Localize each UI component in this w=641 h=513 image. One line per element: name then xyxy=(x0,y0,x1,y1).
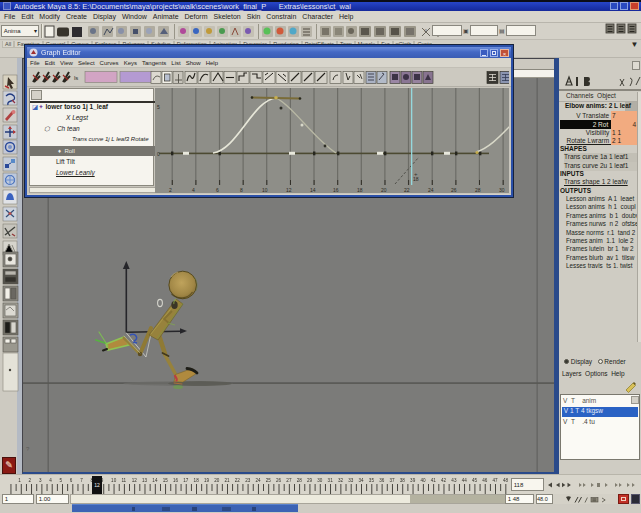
svg-text:18: 18 xyxy=(413,176,419,182)
svg-text:35: 35 xyxy=(369,478,375,483)
svg-text:18: 18 xyxy=(194,478,200,483)
svg-text:1: 1 xyxy=(18,478,21,483)
svg-text:16: 16 xyxy=(333,187,339,193)
svg-text:22: 22 xyxy=(404,187,410,193)
svg-text:45: 45 xyxy=(472,478,478,483)
svg-text:42: 42 xyxy=(441,478,447,483)
svg-text:26: 26 xyxy=(451,187,457,193)
svg-text:29: 29 xyxy=(307,478,313,483)
svg-text:27: 27 xyxy=(286,478,292,483)
svg-text:14: 14 xyxy=(310,187,316,193)
svg-text:14: 14 xyxy=(152,478,158,483)
svg-text:17: 17 xyxy=(183,478,189,483)
svg-text:11: 11 xyxy=(121,478,126,483)
svg-text:38: 38 xyxy=(400,478,406,483)
svg-text:44: 44 xyxy=(462,478,468,483)
svg-text:6: 6 xyxy=(216,187,219,193)
svg-text:4: 4 xyxy=(49,478,52,483)
svg-text:41: 41 xyxy=(431,478,437,483)
svg-text:39: 39 xyxy=(410,478,416,483)
svg-text:12: 12 xyxy=(132,478,138,483)
svg-text:2: 2 xyxy=(169,187,172,193)
svg-text:4: 4 xyxy=(192,187,195,193)
svg-text:19: 19 xyxy=(204,478,210,483)
svg-text:20: 20 xyxy=(214,478,220,483)
svg-text:46: 46 xyxy=(482,478,488,483)
svg-text:15: 15 xyxy=(163,478,169,483)
svg-text:26: 26 xyxy=(276,478,282,483)
svg-text:25: 25 xyxy=(266,478,272,483)
svg-text:5: 5 xyxy=(60,478,63,483)
svg-text:28: 28 xyxy=(297,478,303,483)
svg-text:31: 31 xyxy=(328,478,334,483)
svg-text:20: 20 xyxy=(381,187,387,193)
svg-text:12: 12 xyxy=(286,187,292,193)
svg-text:43: 43 xyxy=(451,478,457,483)
svg-text:33: 33 xyxy=(348,478,354,483)
svg-text:37: 37 xyxy=(389,478,395,483)
svg-text:30: 30 xyxy=(317,478,323,483)
svg-text:40: 40 xyxy=(420,478,426,483)
svg-text:36: 36 xyxy=(379,478,385,483)
svg-text:2: 2 xyxy=(29,478,32,483)
svg-text:47: 47 xyxy=(493,478,499,483)
svg-text:5: 5 xyxy=(157,104,160,110)
svg-text:10: 10 xyxy=(111,478,117,483)
svg-text:22: 22 xyxy=(235,478,241,483)
svg-text:34: 34 xyxy=(359,478,365,483)
svg-text:23: 23 xyxy=(245,478,251,483)
svg-text:21: 21 xyxy=(225,478,231,483)
svg-text:32: 32 xyxy=(338,478,344,483)
svg-text:24: 24 xyxy=(428,187,434,193)
svg-text:28: 28 xyxy=(475,187,481,193)
svg-text:3: 3 xyxy=(39,478,42,483)
svg-text:7: 7 xyxy=(80,478,83,483)
svg-text:48: 48 xyxy=(503,478,509,483)
svg-text:6: 6 xyxy=(70,478,73,483)
svg-text:18: 18 xyxy=(357,187,363,193)
svg-text:10: 10 xyxy=(262,187,268,193)
svg-text:8: 8 xyxy=(240,187,243,193)
svg-text:30: 30 xyxy=(499,187,505,193)
svg-text:ls: ls xyxy=(74,75,78,81)
svg-text:16: 16 xyxy=(173,478,179,483)
svg-text:13: 13 xyxy=(142,478,148,483)
svg-text:24: 24 xyxy=(255,478,261,483)
